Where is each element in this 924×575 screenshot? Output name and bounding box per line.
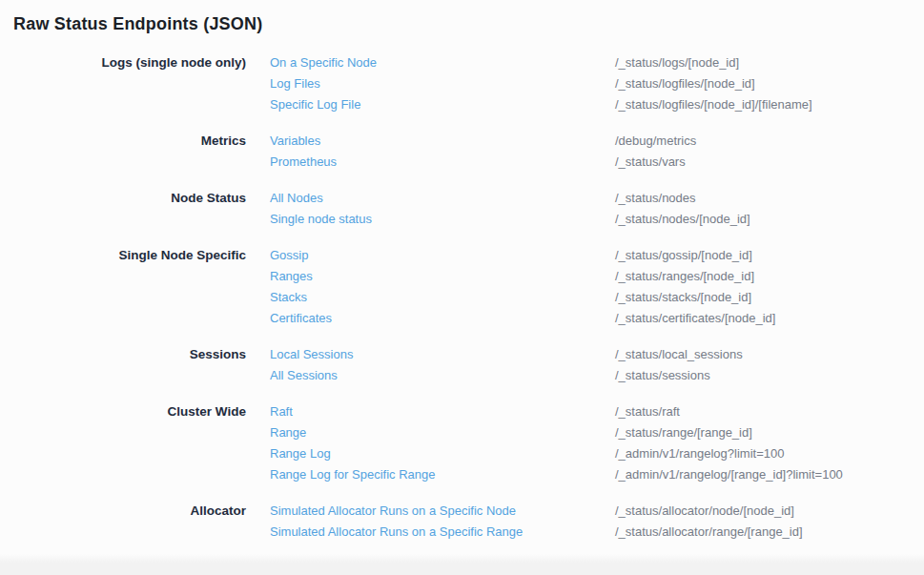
link-line: Range Log for Specific Range (270, 464, 615, 485)
section-label: Logs (single node only) (13, 52, 246, 115)
endpoint-section: Cluster Wide RaftRangeRange LogRange Log… (13, 401, 911, 485)
endpoint-link[interactable]: Specific Log File (270, 97, 360, 112)
endpoint-link[interactable]: Variables (270, 133, 320, 148)
endpoint-path: /_status/sessions (615, 365, 911, 386)
endpoint-link[interactable]: Raft (270, 404, 293, 419)
endpoint-path: /debug/metrics (615, 131, 911, 152)
endpoint-link[interactable]: Gossip (270, 248, 308, 262)
endpoint-section: Logs (single node only) On a Specific No… (13, 52, 911, 115)
endpoint-section: Node Status All NodesSingle node status … (13, 188, 911, 230)
endpoint-path: /_status/raft (615, 401, 911, 422)
endpoint-section: Metrics VariablesPrometheus /debug/metri… (13, 131, 911, 173)
page-title: Raw Status Endpoints (JSON) (13, 12, 911, 35)
endpoint-path: /_status/nodes (615, 188, 911, 209)
link-line: Stacks (270, 287, 615, 308)
endpoint-path: /_status/vars (615, 152, 911, 173)
endpoint-sections: Logs (single node only) On a Specific No… (13, 52, 911, 543)
link-line: Ranges (270, 266, 615, 287)
link-line: Range Log (270, 443, 615, 464)
link-line: Single node status (270, 209, 615, 230)
section-endpoints: /_status/gossip/[node_id]/_status/ranges… (615, 245, 911, 329)
link-line: Simulated Allocator Runs on a Specific N… (270, 501, 615, 522)
section-endpoints: /_status/logs/[node_id]/_status/logfiles… (615, 52, 911, 115)
endpoint-section: Allocator Simulated Allocator Runs on a … (13, 501, 911, 543)
endpoint-link[interactable]: On a Specific Node (270, 55, 377, 70)
endpoint-link[interactable]: Stacks (270, 290, 307, 304)
link-line: Variables (270, 131, 615, 152)
link-line: Specific Log File (270, 94, 615, 115)
link-line: Certificates (270, 308, 615, 329)
link-line: Simulated Allocator Runs on a Specific R… (270, 522, 615, 543)
link-line: Raft (270, 401, 615, 422)
footer-strip (0, 554, 924, 575)
endpoint-path: /_status/logfiles/[node_id]/[filename] (615, 94, 911, 115)
section-label: Node Status (13, 188, 246, 230)
link-line: Log Files (270, 73, 615, 94)
endpoint-link[interactable]: All Nodes (270, 191, 323, 205)
section-label: Single Node Specific (13, 245, 246, 329)
section-links: All NodesSingle node status (270, 188, 615, 230)
section-label: Allocator (13, 501, 246, 543)
section-endpoints: /_status/raft/_status/range/[range_id]/_… (615, 401, 911, 485)
endpoint-path: /_status/allocator/range/[range_id] (615, 522, 911, 543)
section-label: Cluster Wide (13, 401, 246, 485)
endpoint-path: /_status/nodes/[node_id] (615, 209, 911, 230)
link-line: Prometheus (270, 152, 615, 173)
section-endpoints: /debug/metrics/_status/vars (615, 131, 911, 173)
endpoint-path: /_status/ranges/[node_id] (615, 266, 911, 287)
endpoint-link[interactable]: Range Log for Specific Range (270, 467, 435, 482)
endpoint-link[interactable]: Certificates (270, 311, 332, 325)
endpoint-section: Single Node Specific GossipRangesStacksC… (13, 245, 911, 329)
endpoint-path: /_status/allocator/node/[node_id] (615, 501, 911, 522)
section-links: RaftRangeRange LogRange Log for Specific… (270, 401, 615, 485)
section-links: VariablesPrometheus (270, 131, 615, 173)
endpoint-link[interactable]: Range (270, 425, 306, 440)
endpoint-path: /_status/stacks/[node_id] (615, 287, 911, 308)
endpoint-link[interactable]: Prometheus (270, 154, 337, 169)
endpoint-link[interactable]: Range Log (270, 446, 331, 461)
link-line: Local Sessions (270, 344, 615, 365)
section-endpoints: /_status/local_sessions/_status/sessions (615, 344, 911, 386)
endpoint-link[interactable]: Simulated Allocator Runs on a Specific N… (270, 503, 516, 518)
section-endpoints: /_status/allocator/node/[node_id]/_statu… (615, 501, 911, 543)
link-line: All Sessions (270, 365, 615, 386)
section-links: On a Specific NodeLog FilesSpecific Log … (270, 52, 615, 115)
link-line: Range (270, 422, 615, 443)
endpoint-path: /_admin/v1/rangelog?limit=100 (615, 443, 911, 464)
endpoint-path: /_status/local_sessions (615, 344, 911, 365)
section-label: Sessions (13, 344, 246, 386)
section-links: Simulated Allocator Runs on a Specific N… (270, 501, 615, 543)
endpoint-section: Sessions Local SessionsAll Sessions /_st… (13, 344, 911, 386)
endpoint-link[interactable]: Simulated Allocator Runs on a Specific R… (270, 524, 523, 539)
section-endpoints: /_status/nodes/_status/nodes/[node_id] (615, 188, 911, 230)
endpoint-path: /_status/logs/[node_id] (615, 52, 911, 73)
link-line: Gossip (270, 245, 615, 266)
link-line: All Nodes (270, 188, 615, 209)
link-line: On a Specific Node (270, 52, 615, 73)
endpoint-path: /_status/gossip/[node_id] (615, 245, 911, 266)
section-links: GossipRangesStacksCertificates (270, 245, 615, 329)
section-label: Metrics (13, 131, 246, 173)
endpoint-link[interactable]: Single node status (270, 212, 372, 226)
endpoint-path: /_admin/v1/rangelog/[range_id]?limit=100 (615, 464, 911, 485)
section-links: Local SessionsAll Sessions (270, 344, 615, 386)
endpoint-path: /_status/logfiles/[node_id] (615, 73, 911, 94)
endpoint-link[interactable]: Ranges (270, 269, 313, 283)
endpoint-link[interactable]: Log Files (270, 76, 320, 91)
endpoint-path: /_status/certificates/[node_id] (615, 308, 911, 329)
raw-status-endpoints-page: Raw Status Endpoints (JSON) Logs (single… (0, 0, 924, 543)
endpoint-path: /_status/range/[range_id] (615, 422, 911, 443)
endpoint-link[interactable]: All Sessions (270, 368, 338, 382)
endpoint-link[interactable]: Local Sessions (270, 347, 353, 361)
